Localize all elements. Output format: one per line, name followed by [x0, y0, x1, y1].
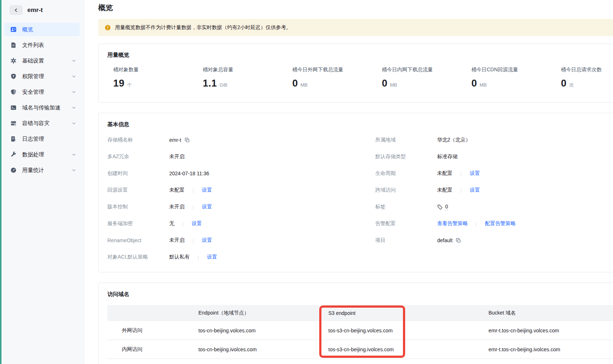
basic-info-left-column: 存储桶名称 emr-t 多AZ冗余 未开启 创建时间 2024-07-18 11…	[107, 132, 375, 265]
stat-unit: 个	[127, 82, 132, 88]
log-icon	[10, 136, 17, 142]
stat-unit: GiB	[220, 82, 228, 88]
endpoint-value: tos-cn-beijing.ivolces.com	[198, 347, 328, 352]
info-row-server-encryption: 服务端加密 无|设置	[107, 215, 375, 232]
stat-unit: MB	[390, 82, 398, 88]
basic-info-grid: 存储桶名称 emr-t 多AZ冗余 未开启 创建时间 2024-07-18 11…	[107, 132, 613, 265]
info-value: 未配置	[437, 187, 452, 193]
info-value: 未开启	[169, 204, 185, 210]
sidebar-item-label: 日志管理	[22, 136, 44, 143]
stat-value: 0	[561, 78, 567, 89]
copy-icon[interactable]	[456, 238, 461, 243]
stat-label: 桶对象总容量	[203, 67, 286, 73]
settings-link[interactable]: 设置	[202, 237, 212, 244]
copy-icon[interactable]	[185, 137, 190, 143]
bucket-domain-value: emr-t.tos-cn-beijing.ivolces.com	[489, 347, 613, 352]
settings-link[interactable]: 设置	[470, 170, 480, 177]
usage-stats-row: 桶对象数量 19个 桶对象总容量 1.1GiB 桶今日外网下载总流量 0MB 桶…	[107, 67, 613, 89]
sidebar-item-label: 域名与传输加速	[22, 104, 60, 111]
info-label: 告警配置	[375, 220, 437, 227]
info-row-region: 所属地域 华北2（北京）	[375, 132, 613, 148]
chevron-down-icon	[72, 168, 76, 172]
configure-alarm-policy-link[interactable]: 配置告警策略	[485, 220, 515, 227]
settings-link[interactable]: 设置	[207, 254, 217, 260]
usage-overview-card: 用量概览 桶对象数量 19个 桶对象总容量 1.1GiB 桶今日外网下载总流量 …	[98, 44, 613, 103]
info-row-alarm-config: 告警配置 查看告警策略|配置告警策略	[375, 215, 613, 232]
terminal-icon	[10, 104, 17, 111]
info-row-rename-object: RenameObject 未开启|设置	[107, 232, 375, 249]
sidebar-item-permission[interactable]: 权限管理	[4, 70, 80, 83]
divider: |	[193, 204, 194, 210]
bucket-domain-value: emr-t.tos-cn-beijing.volces.com	[489, 328, 613, 333]
sidebar-item-fault-tolerance[interactable]: 容错与容灾	[4, 117, 80, 130]
sidebar-item-security[interactable]: 安全管理	[4, 85, 80, 99]
domains-table-header: Endpoint（地域节点） S3 endpoint Bucket 域名	[107, 305, 613, 321]
sidebar-menu: 概览 文件列表 基础设置 权限管理	[0, 23, 84, 177]
s3-endpoint-value: tos-s3-cn-beijing.volces.com	[328, 328, 489, 333]
info-row-bucket-name: 存储桶名称 emr-t	[107, 132, 375, 148]
info-label: 生命周期	[375, 170, 437, 177]
stat-label: 桶今日外网下载总流量	[292, 67, 376, 73]
bucket-name-value: emr-t	[169, 137, 181, 143]
sidebar-item-log-management[interactable]: 日志管理	[4, 132, 80, 145]
stat-value: 19	[113, 78, 124, 89]
info-value: 未开启	[169, 237, 185, 244]
sidebar-item-basic-settings[interactable]: 基础设置	[4, 54, 80, 67]
row-label: 内网访问	[107, 346, 198, 353]
sidebar-item-data-processing[interactable]: 数据处理	[4, 148, 80, 161]
header-s3-endpoint: S3 endpoint	[328, 310, 489, 316]
tag-count[interactable]: 0	[445, 204, 448, 210]
project-value: default	[437, 237, 452, 243]
info-label: 服务端加密	[107, 220, 169, 227]
table-row-external: 外网访问 tos-cn-beijing.volces.com tos-s3-cn…	[107, 321, 613, 340]
stat-unit: MB	[480, 82, 487, 88]
stat-label: 桶今日总请求次数	[561, 67, 613, 73]
access-domains-card: 访问域名 Endpoint（地域节点） S3 endpoint Bucket 域…	[98, 283, 613, 364]
info-label: 默认存储类型	[375, 153, 437, 160]
warning-banner: 用量概览数据不作为计费计量数据，非实时数据（约有2小时延迟）仅供参考。	[98, 19, 613, 36]
sidebar-item-label: 用量统计	[22, 167, 44, 174]
sidebar-item-file-list[interactable]: 文件列表	[4, 39, 80, 52]
stat-external-download: 桶今日外网下载总流量 0MB	[286, 67, 376, 89]
info-value: 默认私有	[169, 254, 190, 260]
back-button[interactable]	[9, 5, 23, 15]
sidebar: emr-t 概览 文件列表 基础设置	[0, 0, 84, 364]
stat-label: 桶今日内网下载总流量	[382, 67, 466, 73]
info-label: RenameObject	[107, 237, 169, 243]
stat-value: 0	[292, 78, 298, 89]
info-value: 标准存储	[437, 153, 458, 160]
info-value: 无	[169, 220, 174, 227]
stat-unit: MB	[301, 82, 308, 88]
divider: |	[198, 255, 199, 260]
table-row-internal: 内网访问 tos-cn-beijing.ivolces.com tos-s3-c…	[107, 340, 613, 359]
view-alarm-policy-link[interactable]: 查看告警策略	[437, 220, 468, 227]
divider: |	[182, 221, 183, 227]
info-row-project: 项目 default	[375, 232, 613, 249]
stat-internal-download: 桶今日内网下载总流量 0MB	[376, 67, 466, 89]
settings-link[interactable]: 设置	[202, 187, 212, 193]
stat-total-requests: 桶今日总请求次数 0次	[555, 67, 613, 89]
info-value: 华北2（北京）	[437, 137, 471, 143]
info-label: 所属地域	[375, 137, 437, 143]
info-row-origin-settings: 回源设置 未配置|设置	[107, 182, 375, 199]
sidebar-item-usage-stats[interactable]: 用量统计	[4, 164, 80, 177]
info-value: 未配置	[437, 170, 452, 177]
settings-link[interactable]: 设置	[202, 204, 212, 210]
divider: |	[193, 238, 194, 243]
info-row-storage-class: 默认存储类型 标准存储	[375, 148, 613, 165]
chevron-down-icon	[72, 121, 76, 125]
sidebar-item-overview[interactable]: 概览	[4, 23, 80, 36]
stat-value: 0	[471, 78, 477, 89]
sidebar-item-domain-acceleration[interactable]: 域名与传输加速	[4, 101, 80, 114]
info-label: 版本控制	[107, 204, 169, 210]
domains-table: Endpoint（地域节点） S3 endpoint Bucket 域名 外网访…	[107, 305, 613, 359]
settings-link[interactable]: 设置	[191, 220, 202, 227]
gauge-icon	[10, 167, 17, 173]
row-label: 外网访问	[107, 327, 198, 334]
info-label: 存储桶名称	[107, 137, 169, 143]
stat-label: 桶对象数量	[113, 67, 197, 73]
settings-link[interactable]: 设置	[470, 187, 480, 193]
sidebar-accent-strip	[0, 0, 1, 364]
sidebar-item-label: 文件列表	[22, 42, 44, 49]
chevron-down-icon	[72, 90, 76, 94]
